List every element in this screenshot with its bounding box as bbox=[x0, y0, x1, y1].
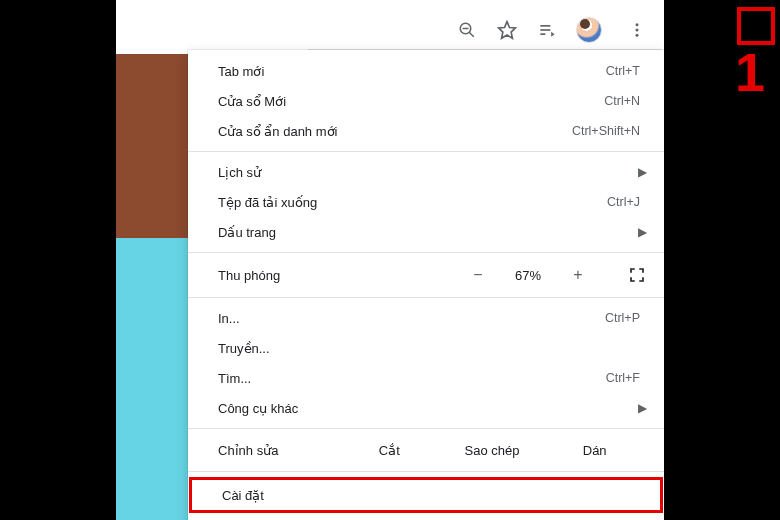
menu-shortcut: Ctrl+J bbox=[607, 195, 646, 209]
more-menu-button[interactable] bbox=[620, 13, 654, 47]
chevron-right-icon: ▶ bbox=[630, 401, 646, 415]
annotation-highlight-kebab bbox=[737, 7, 775, 45]
menu-shortcut: Ctrl+Shift+N bbox=[572, 124, 646, 138]
menu-item-settings[interactable]: Cài đặt bbox=[192, 480, 660, 510]
svg-marker-3 bbox=[499, 21, 516, 38]
zoom-out-icon[interactable] bbox=[456, 19, 478, 41]
annotation-step-number: 1 bbox=[735, 45, 765, 99]
svg-point-8 bbox=[636, 28, 639, 31]
edit-paste-button[interactable]: Dán bbox=[543, 443, 646, 458]
media-control-icon[interactable] bbox=[536, 19, 558, 41]
menu-separator bbox=[188, 151, 664, 152]
edit-copy-button[interactable]: Sao chép bbox=[441, 443, 544, 458]
menu-item-downloads[interactable]: Tệp đã tải xuống Ctrl+J bbox=[188, 187, 664, 217]
star-icon[interactable] bbox=[496, 19, 518, 41]
menu-label: Lịch sử bbox=[218, 165, 630, 180]
chevron-right-icon: ▶ bbox=[630, 225, 646, 239]
zoom-value: 67% bbox=[508, 268, 548, 283]
menu-item-find[interactable]: Tìm... Ctrl+F bbox=[188, 363, 664, 393]
menu-label: Cài đặt bbox=[222, 488, 642, 503]
menu-label: Truyền... bbox=[218, 341, 646, 356]
menu-separator bbox=[188, 297, 664, 298]
svg-point-7 bbox=[636, 23, 639, 26]
menu-shortcut: Ctrl+T bbox=[606, 64, 646, 78]
menu-shortcut: Ctrl+F bbox=[606, 371, 646, 385]
menu-label: Tệp đã tải xuống bbox=[218, 195, 607, 210]
menu-label: In... bbox=[218, 311, 605, 326]
menu-item-print[interactable]: In... Ctrl+P bbox=[188, 303, 664, 333]
menu-label: Công cụ khác bbox=[218, 401, 630, 416]
menu-label: Dấu trang bbox=[218, 225, 630, 240]
menu-item-zoom: Thu phóng − 67% + bbox=[188, 258, 664, 292]
menu-label: Thu phóng bbox=[218, 268, 472, 283]
svg-line-1 bbox=[469, 32, 474, 37]
menu-separator bbox=[188, 252, 664, 253]
menu-item-incognito[interactable]: Cửa sổ ẩn danh mới Ctrl+Shift+N bbox=[188, 116, 664, 146]
menu-shortcut: Ctrl+N bbox=[604, 94, 646, 108]
fullscreen-icon[interactable] bbox=[628, 266, 646, 284]
menu-separator bbox=[188, 428, 664, 429]
zoom-plus-button[interactable]: + bbox=[572, 266, 584, 284]
menu-item-new-tab[interactable]: Tab mới Ctrl+T bbox=[188, 56, 664, 86]
menu-label: Tìm... bbox=[218, 371, 606, 386]
menu-item-bookmarks[interactable]: Dấu trang ▶ bbox=[188, 217, 664, 247]
zoom-minus-button[interactable]: − bbox=[472, 266, 484, 284]
menu-label: Cửa sổ Mới bbox=[218, 94, 604, 109]
menu-shortcut: Ctrl+P bbox=[605, 311, 646, 325]
menu-item-edit-row: Chỉnh sửa Cắt Sao chép Dán bbox=[188, 434, 664, 466]
edit-cut-button[interactable]: Cắt bbox=[338, 443, 441, 458]
menu-item-new-window[interactable]: Cửa sổ Mới Ctrl+N bbox=[188, 86, 664, 116]
profile-avatar-icon[interactable] bbox=[576, 17, 602, 43]
menu-separator bbox=[188, 471, 664, 472]
menu-label: Tab mới bbox=[218, 64, 606, 79]
menu-item-help[interactable]: Trợ giúp ▶ bbox=[188, 513, 664, 520]
menu-item-history[interactable]: Lịch sử ▶ bbox=[188, 157, 664, 187]
menu-label: Chỉnh sửa bbox=[218, 443, 338, 458]
menu-label: Cửa sổ ẩn danh mới bbox=[218, 124, 572, 139]
chevron-right-icon: ▶ bbox=[630, 165, 646, 179]
svg-point-9 bbox=[636, 33, 639, 36]
annotation-highlight-settings: Cài đặt bbox=[189, 477, 663, 513]
menu-item-cast[interactable]: Truyền... bbox=[188, 333, 664, 363]
menu-item-more-tools[interactable]: Công cụ khác ▶ bbox=[188, 393, 664, 423]
browser-toolbar bbox=[308, 10, 662, 50]
chrome-main-menu: Tab mới Ctrl+T Cửa sổ Mới Ctrl+N Cửa sổ … bbox=[188, 50, 664, 520]
